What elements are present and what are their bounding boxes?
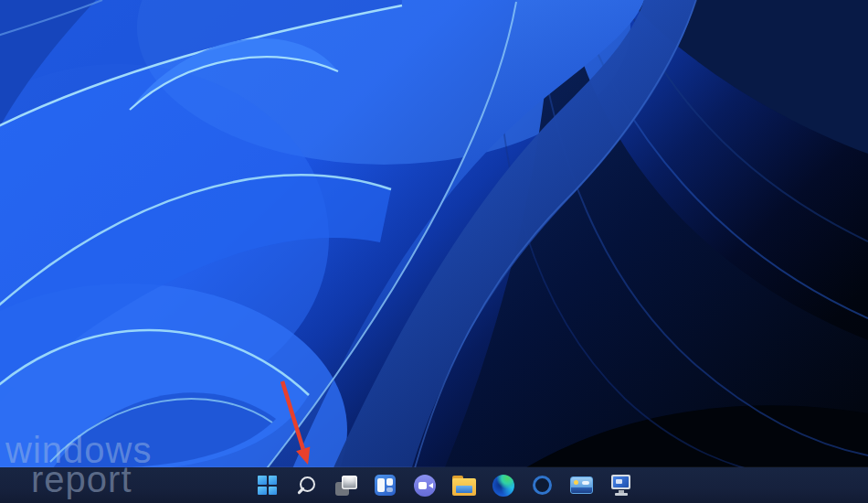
monitor-icon bbox=[610, 475, 632, 497]
task-view-icon bbox=[335, 475, 357, 497]
computer-app-button[interactable] bbox=[601, 467, 640, 503]
chat-button[interactable] bbox=[405, 467, 444, 503]
taskbar bbox=[0, 467, 868, 503]
task-view-button[interactable] bbox=[326, 467, 365, 503]
edge-browser-icon bbox=[492, 475, 514, 497]
search-button[interactable] bbox=[287, 467, 326, 503]
video-chat-icon bbox=[414, 475, 436, 497]
windows-logo-icon bbox=[258, 476, 277, 495]
start-button[interactable] bbox=[248, 467, 287, 503]
file-explorer-button[interactable] bbox=[444, 467, 483, 503]
widgets-icon bbox=[375, 475, 396, 496]
search-icon bbox=[296, 475, 318, 497]
folder-icon bbox=[452, 476, 476, 496]
widgets-button[interactable] bbox=[365, 467, 405, 503]
wallpaper-bloom bbox=[0, 0, 868, 503]
display-app-button[interactable] bbox=[562, 467, 601, 503]
ring-icon bbox=[533, 476, 552, 495]
picture-display-icon bbox=[570, 476, 593, 494]
taskbar-icon-group bbox=[248, 467, 640, 503]
cortana-button[interactable] bbox=[523, 467, 562, 503]
edge-button[interactable] bbox=[483, 467, 523, 503]
